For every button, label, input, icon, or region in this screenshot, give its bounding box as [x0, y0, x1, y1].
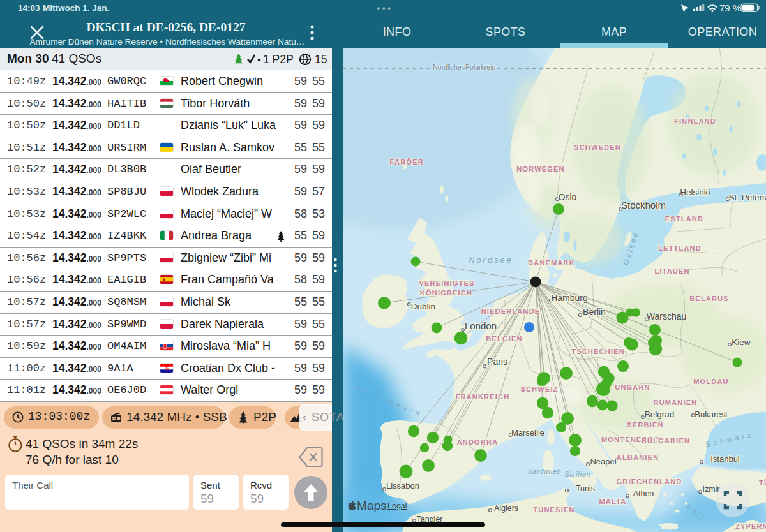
svg-text:LETTLAND: LETTLAND — [658, 244, 702, 252]
svg-text:LITAUEN: LITAUEN — [654, 267, 689, 275]
svg-text:VEREINIGTES: VEREINIGTES — [419, 279, 474, 287]
svg-text:TUNESIEN: TUNESIEN — [533, 506, 574, 514]
svg-text:SERBIEN: SERBIEN — [627, 421, 663, 429]
svg-text:Athen: Athen — [633, 489, 654, 498]
svg-text:BELGIEN: BELGIEN — [486, 335, 522, 343]
svg-text:NIEDERLANDE: NIEDERLANDE — [481, 307, 541, 315]
svg-text:1 P2P: 1 P2P — [263, 53, 294, 66]
svg-text:Belgrad: Belgrad — [645, 410, 675, 419]
svg-text:Neapel: Neapel — [590, 457, 616, 466]
svg-text:UNGARN: UNGARN — [615, 383, 650, 391]
svg-text:15: 15 — [315, 53, 327, 66]
svg-text:KÖNIGREICH: KÖNIGREICH — [420, 289, 472, 297]
svg-text:TSCHECHIEN: TSCHECHIEN — [571, 348, 625, 355]
svg-text:St. Petersb: St. Petersb — [729, 193, 766, 202]
svg-text:Helsinki: Helsinki — [680, 188, 710, 197]
svg-text:SCHWEDEN: SCHWEDEN — [574, 144, 621, 151]
svg-text:FÄRÖER: FÄRÖER — [389, 158, 424, 166]
svg-text:Kiew: Kiew — [732, 337, 751, 347]
svg-text:ZYPERN: ZYPERN — [735, 522, 766, 530]
svg-text:ESTLAND: ESTLAND — [665, 215, 703, 223]
svg-text:MOLDAU: MOLDAU — [693, 378, 728, 385]
svg-text:Nordsee: Nordsee — [469, 255, 513, 265]
svg-text:NORWEGEN: NORWEGEN — [516, 165, 564, 173]
svg-text:DÄNEMARK: DÄNEMARK — [528, 259, 575, 267]
svg-text:Lissabon: Lissabon — [386, 481, 419, 491]
svg-text:Dublin: Dublin — [411, 302, 435, 311]
svg-text:Tunis: Tunis — [576, 484, 595, 493]
svg-text:İzmir: İzmir — [702, 485, 719, 494]
svg-text:Algiers: Algiers — [494, 504, 518, 513]
svg-text:SCHWEIZ: SCHWEIZ — [520, 385, 558, 393]
svg-text:Bukarest: Bukarest — [695, 410, 728, 419]
svg-text:79 %: 79 % — [719, 3, 741, 13]
svg-text:Marseille: Marseille — [511, 428, 544, 438]
svg-text:RUMÄNIEN: RUMÄNIEN — [654, 399, 698, 406]
svg-text:Stockholm: Stockholm — [621, 200, 666, 211]
svg-text:London: London — [465, 320, 497, 331]
svg-text:Sardinien: Sardinien — [527, 468, 561, 475]
svg-text:FINNLAND: FINNLAND — [674, 117, 716, 125]
svg-text:Istanbul: Istanbul — [710, 454, 740, 464]
svg-text:BELARUS: BELARUS — [689, 295, 729, 302]
svg-text:BULGARIEN: BULGARIEN — [642, 437, 690, 445]
svg-text:MALTA: MALTA — [599, 498, 627, 505]
svg-text:GRIECHENLAND: GRIECHENLAND — [616, 478, 682, 485]
svg-text:Sizilien: Sizilien — [564, 470, 590, 478]
svg-text:Warschau: Warschau — [647, 311, 687, 321]
svg-text:Maps: Maps — [357, 499, 386, 512]
svg-text:TÜ: TÜ — [759, 479, 766, 487]
svg-text:Berlin: Berlin — [583, 307, 606, 317]
svg-text:FRANKREICH: FRANKREICH — [456, 393, 510, 401]
svg-text:ALBANIEN: ALBANIEN — [617, 454, 659, 461]
svg-text:Hamburg: Hamburg — [551, 293, 588, 303]
svg-text:Paris: Paris — [487, 357, 507, 367]
svg-text:Nördlicher Polarkreis: Nördlicher Polarkreis — [433, 63, 495, 71]
svg-text:Legal: Legal — [387, 501, 407, 510]
svg-text:Oslo: Oslo — [559, 192, 577, 202]
svg-text:ANDORRA: ANDORRA — [457, 438, 499, 446]
